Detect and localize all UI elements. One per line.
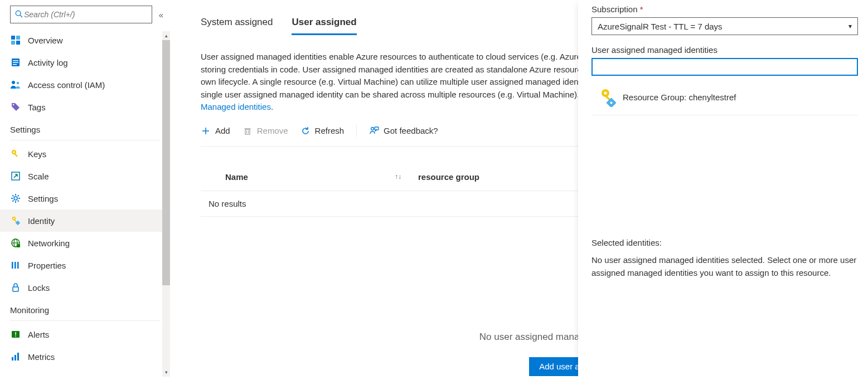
sidebar-section-settings-heading: Settings [0, 118, 170, 137]
scale-icon [10, 170, 21, 182]
sidebar-item-properties[interactable]: Properties [0, 254, 170, 276]
sidebar-item-label: Access control (IAM) [28, 80, 105, 90]
identities-label: User assigned managed identities [591, 45, 858, 55]
scroll-thumb[interactable] [162, 40, 170, 285]
subscription-select[interactable]: AzureSignalR Test - TTL = 7 days ▾ [591, 17, 858, 35]
svg-rect-41 [14, 355, 16, 360]
search-row: « [0, 6, 170, 29]
svg-point-67 [610, 102, 613, 104]
sidebar-section-monitoring-heading: Monitoring [0, 299, 170, 317]
feedback-label: Got feedback? [384, 126, 438, 135]
lock-icon [10, 282, 21, 293]
sidebar: « Overview Activity log Access control (… [0, 0, 170, 380]
selected-identities-heading: Selected identities: [591, 238, 858, 247]
description-period: . [271, 102, 273, 111]
divider [10, 320, 160, 321]
sidebar-item-label: Metrics [28, 352, 55, 362]
search-icon [15, 10, 23, 20]
svg-rect-9 [13, 64, 17, 65]
svg-point-14 [13, 152, 15, 153]
column-resource-group-header[interactable]: resource group [418, 172, 479, 182]
svg-rect-33 [17, 244, 20, 247]
svg-rect-36 [17, 262, 19, 269]
svg-point-49 [371, 127, 374, 130]
sidebar-item-label: Tags [28, 103, 46, 112]
sidebar-item-alerts[interactable]: ! Alerts [0, 323, 170, 345]
add-button[interactable]: Add [201, 126, 230, 136]
sidebar-item-settings[interactable]: Settings [0, 187, 170, 210]
svg-rect-3 [16, 36, 20, 40]
svg-rect-4 [11, 41, 15, 45]
divider [10, 140, 160, 140]
svg-line-1 [20, 15, 22, 17]
svg-rect-50 [375, 127, 379, 130]
svg-rect-34 [12, 262, 13, 269]
sidebar-item-label: Properties [28, 261, 66, 270]
selected-identities-text: No user assigned managed identities sele… [591, 254, 858, 279]
scroll-down-arrow[interactable]: ▾ [162, 368, 170, 377]
scroll-up-arrow[interactable]: ▴ [162, 31, 170, 40]
tab-system-assigned[interactable]: System assigned [201, 17, 273, 35]
sidebar-scrollbar[interactable]: ▴ ▾ [162, 31, 170, 377]
sidebar-item-locks[interactable]: Locks [0, 276, 170, 299]
remove-button: Remove [243, 126, 288, 136]
refresh-button[interactable]: Refresh [300, 126, 345, 136]
column-name-header[interactable]: Name [225, 172, 248, 182]
svg-rect-7 [13, 60, 18, 61]
svg-line-22 [12, 195, 13, 196]
sidebar-item-activity-log[interactable]: Activity log [0, 51, 170, 74]
chevron-down-icon: ▾ [848, 22, 852, 30]
overview-icon [10, 35, 21, 46]
svg-rect-45 [245, 129, 250, 134]
tags-icon [10, 101, 21, 113]
collapse-sidebar-button[interactable]: « [159, 10, 163, 20]
svg-rect-2 [11, 36, 15, 40]
svg-rect-35 [14, 262, 16, 269]
subscription-label-text: Subscription [591, 4, 638, 14]
sidebar-item-keys[interactable]: Keys [0, 143, 170, 165]
resource-group-row[interactable]: Resource Group: chenyltestref [591, 86, 858, 115]
svg-point-10 [12, 81, 15, 84]
svg-text:!: ! [14, 331, 17, 338]
identities-search-input[interactable] [591, 58, 858, 76]
gear-icon [10, 193, 21, 204]
svg-rect-40 [12, 357, 13, 360]
search-box[interactable] [10, 6, 152, 23]
sidebar-item-label: Alerts [28, 330, 49, 339]
add-label: Add [215, 126, 230, 135]
sidebar-item-identity[interactable]: Identity [0, 210, 170, 232]
svg-point-17 [14, 197, 17, 200]
add-identity-panel: Subscription * AzureSignalR Test - TTL =… [578, 0, 868, 380]
sidebar-item-access-control[interactable]: Access control (IAM) [0, 74, 170, 96]
resource-group-text: Resource Group: chenyltestref [623, 92, 736, 102]
sidebar-item-label: Networking [28, 238, 70, 248]
activity-log-icon [10, 57, 21, 68]
svg-rect-37 [13, 287, 18, 291]
sort-icon[interactable]: ↑↓ [395, 173, 401, 181]
svg-line-25 [18, 195, 19, 196]
properties-icon [10, 260, 21, 271]
sidebar-item-networking[interactable]: Networking [0, 232, 170, 254]
feedback-button[interactable]: Got feedback? [369, 126, 438, 136]
sidebar-item-label: Locks [28, 283, 50, 293]
svg-point-0 [16, 11, 21, 16]
svg-point-11 [17, 82, 20, 85]
svg-point-12 [13, 104, 14, 106]
sidebar-item-tags[interactable]: Tags [0, 96, 170, 118]
sidebar-item-overview[interactable]: Overview [0, 29, 170, 51]
identity-key-icon [599, 88, 615, 106]
sidebar-item-scale[interactable]: Scale [0, 165, 170, 187]
feedback-icon [369, 126, 379, 136]
metrics-icon [10, 351, 21, 362]
sidebar-item-label: Activity log [28, 58, 68, 67]
search-input[interactable] [23, 9, 147, 20]
subscription-value: AzureSignalR Test - TTL = 7 days [598, 22, 722, 31]
svg-point-27 [13, 218, 14, 219]
svg-rect-8 [13, 62, 18, 64]
keys-icon [10, 148, 21, 159]
sidebar-item-metrics[interactable]: Metrics [0, 345, 170, 368]
plus-icon [201, 126, 211, 136]
networking-icon [10, 237, 21, 249]
tab-user-assigned[interactable]: User assigned [292, 17, 356, 35]
svg-rect-15 [14, 153, 18, 157]
